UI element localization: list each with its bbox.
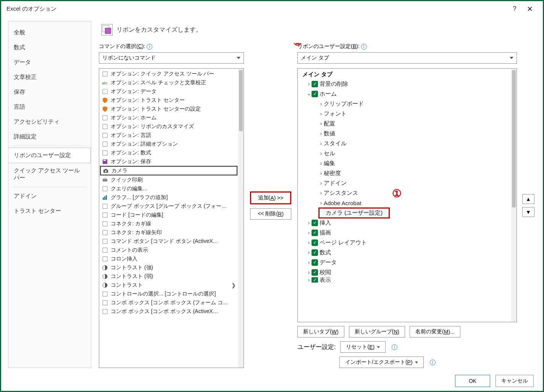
tree-group-item[interactable]: ›編集: [300, 158, 509, 168]
command-item[interactable]: コンボ ボックス [コンボ ボックス (フォーム コ…: [100, 298, 237, 307]
expand-icon[interactable]: ›: [318, 130, 324, 137]
tree-group-item[interactable]: ›スタイル: [300, 138, 509, 148]
command-item[interactable]: コロン挿入: [100, 254, 237, 263]
expand-icon[interactable]: ›: [306, 219, 312, 226]
command-item[interactable]: abcオプション: スペル チェックと文章校正: [100, 78, 237, 87]
tree-group-item[interactable]: ›秘密度: [300, 168, 509, 178]
command-item[interactable]: オプション: 数式: [100, 148, 237, 157]
checkbox-icon[interactable]: [312, 249, 318, 256]
expand-icon[interactable]: ›: [306, 229, 312, 236]
expand-icon[interactable]: ›: [318, 190, 324, 196]
cancel-button[interactable]: キャンセル: [496, 375, 534, 387]
command-item[interactable]: グループ ボックス [グループ ボックス (フォー…: [100, 202, 237, 210]
new-group-button[interactable]: 新しいグループ(N): [349, 326, 405, 337]
expand-icon[interactable]: ›: [318, 150, 324, 156]
choose-commands-dropdown[interactable]: リボンにないコマンド: [99, 52, 244, 64]
tree-group-item[interactable]: カメラ (ユーザー設定): [300, 208, 509, 218]
info-icon[interactable]: i: [361, 44, 367, 50]
sidebar-item[interactable]: クイック アクセス ツール バー: [8, 163, 91, 185]
command-item[interactable]: オプション: トラスト センター: [100, 96, 237, 104]
command-item[interactable]: コネクタ: カギ線矢印: [100, 228, 237, 237]
command-item[interactable]: コントラスト❯: [100, 281, 237, 289]
tree-tab-item[interactable]: ›挿入: [300, 218, 509, 228]
expand-icon[interactable]: ›: [306, 80, 312, 87]
command-item[interactable]: オプション: トラスト センターの設定: [100, 104, 237, 113]
checkbox-icon[interactable]: [312, 277, 318, 283]
command-item[interactable]: オプション: 保存: [100, 157, 237, 166]
tree-tab-item[interactable]: ›表示: [300, 277, 509, 283]
rename-button[interactable]: 名前の変更(M)...: [410, 326, 460, 337]
checkbox-icon[interactable]: [312, 230, 318, 236]
move-up-button[interactable]: ▲: [522, 194, 534, 204]
help-button[interactable]: ?: [507, 5, 522, 13]
expand-icon[interactable]: ›: [306, 249, 312, 255]
expand-icon[interactable]: ›: [318, 160, 324, 166]
command-item[interactable]: カメラ: [100, 166, 237, 175]
tree-group-item[interactable]: ›クリップボード: [300, 99, 509, 109]
expand-icon[interactable]: ⌄: [306, 90, 312, 97]
info-icon[interactable]: i: [147, 44, 152, 50]
customize-ribbon-dropdown[interactable]: メイン タブ: [297, 52, 517, 64]
tree-group-item[interactable]: ›アシスタンス: [300, 188, 509, 198]
command-item[interactable]: オプション: クイック アクセス ツール バー: [100, 69, 237, 78]
move-down-button[interactable]: ▼: [522, 207, 534, 217]
tree-group-item[interactable]: ›配置: [300, 119, 509, 129]
expand-icon[interactable]: ›: [318, 180, 324, 186]
command-item[interactable]: オプション: データ: [100, 87, 237, 96]
command-item[interactable]: コメントの表示: [100, 246, 237, 254]
command-item[interactable]: コンボ ボックス [コンボ ボックス (ActiveX…: [100, 307, 237, 316]
tree-group-item[interactable]: ›Adobe Acrobat: [300, 198, 509, 208]
tree-group-item[interactable]: ›フォント: [300, 109, 509, 119]
sidebar-item[interactable]: 詳細設定: [8, 129, 91, 144]
tree-tab-item[interactable]: ⌄ホーム: [300, 89, 509, 99]
command-item[interactable]: コントラスト (強): [100, 263, 237, 272]
command-item[interactable]: オプション: 詳細オプション: [100, 140, 237, 148]
sidebar-item[interactable]: 全般: [8, 25, 91, 40]
ok-button[interactable]: OK: [455, 375, 490, 387]
checkbox-icon[interactable]: [312, 81, 318, 87]
expand-icon[interactable]: ›: [318, 170, 324, 176]
import-export-dropdown[interactable]: インポート/エクスポート(P): [339, 357, 424, 368]
sidebar-item[interactable]: アドイン: [8, 189, 91, 204]
command-item[interactable]: オプション: リボンのカスタマイズ: [100, 122, 237, 131]
command-item[interactable]: クイック印刷: [100, 175, 237, 184]
close-button[interactable]: ✕: [522, 5, 538, 13]
sidebar-item[interactable]: アクセシビリティ: [8, 114, 91, 129]
tree-tab-item[interactable]: ›ページ レイアウト: [300, 238, 509, 247]
tree-tab-item[interactable]: ›描画: [300, 228, 509, 238]
command-item[interactable]: コネクタ: カギ線: [100, 219, 237, 228]
expand-icon[interactable]: ›: [318, 100, 324, 107]
expand-icon[interactable]: ›: [306, 259, 312, 265]
checkbox-icon[interactable]: [312, 259, 318, 266]
checkbox-icon[interactable]: [312, 239, 318, 246]
info-icon[interactable]: i: [392, 344, 397, 350]
remove-button[interactable]: << 削除(R): [250, 208, 291, 220]
reset-dropdown[interactable]: リセット(E): [340, 341, 386, 353]
sidebar-item[interactable]: 言語: [8, 100, 91, 114]
expand-icon[interactable]: ›: [306, 239, 312, 246]
ribbon-tree[interactable]: メイン タブ›背景の削除⌄ホーム›クリップボード›フォント›配置›数値›スタイル…: [297, 68, 517, 322]
command-item[interactable]: グラフ... [グラフの追加]: [100, 193, 237, 202]
expand-icon[interactable]: ›: [318, 120, 324, 127]
tree-tab-item[interactable]: ›校閲: [300, 267, 509, 277]
tree-group-item[interactable]: ›アドイン: [300, 178, 509, 188]
new-tab-button[interactable]: 新しいタブ(W): [297, 326, 344, 337]
sidebar-item[interactable]: トラスト センター: [8, 204, 91, 218]
checkbox-icon[interactable]: [312, 269, 318, 276]
commands-listbox[interactable]: オプション: クイック アクセス ツール バーabcオプション: スペル チェッ…: [99, 68, 244, 368]
expand-icon[interactable]: ›: [318, 140, 324, 146]
sidebar-item[interactable]: 保存: [8, 85, 91, 100]
info-icon[interactable]: i: [430, 360, 436, 365]
command-item[interactable]: オプション: ホーム: [100, 113, 237, 122]
command-item[interactable]: コード [コードの編集]: [100, 210, 237, 219]
scrollbar[interactable]: [238, 69, 244, 368]
command-item[interactable]: コントロールの選択... [コントロールの選択]: [100, 289, 237, 298]
add-button[interactable]: 追加(A) >>: [250, 191, 291, 204]
command-item[interactable]: コントラスト (弱): [100, 272, 237, 281]
tree-tab-item[interactable]: ›データ: [300, 257, 509, 267]
sidebar-item[interactable]: 文章校正: [8, 70, 91, 85]
sidebar-item[interactable]: リボンのユーザー設定: [8, 148, 91, 163]
tree-group-item[interactable]: ›セル: [300, 148, 509, 158]
expand-icon[interactable]: ›: [306, 269, 312, 275]
command-item[interactable]: クエリの編集...: [100, 184, 237, 193]
